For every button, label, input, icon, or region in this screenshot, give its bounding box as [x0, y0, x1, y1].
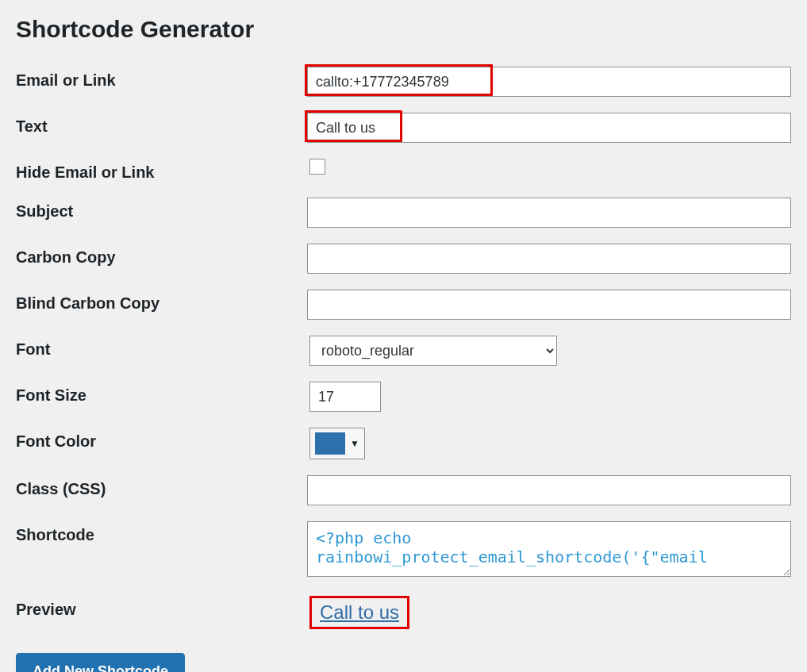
preview-highlight: Call to us — [309, 596, 409, 629]
email-or-link-input[interactable] — [307, 67, 791, 97]
carbon-copy-label: Carbon Copy — [16, 244, 307, 267]
font-size-label: Font Size — [16, 382, 309, 405]
page-title: Shortcode Generator — [16, 16, 791, 43]
preview-label: Preview — [16, 596, 309, 619]
hide-email-or-link-label: Hide Email or Link — [16, 159, 309, 182]
blind-carbon-copy-label: Blind Carbon Copy — [16, 290, 307, 313]
font-select[interactable]: roboto_regular — [309, 336, 557, 366]
email-or-link-label: Email or Link — [16, 67, 307, 90]
shortcode-textarea[interactable] — [307, 521, 791, 577]
font-label: Font — [16, 336, 309, 359]
hide-email-or-link-checkbox[interactable] — [309, 159, 325, 175]
font-color-label: Font Color — [16, 428, 309, 451]
class-css-label: Class (CSS) — [16, 475, 307, 498]
font-size-input[interactable] — [309, 382, 381, 412]
subject-label: Subject — [16, 198, 307, 221]
subject-input[interactable] — [307, 198, 791, 228]
blind-carbon-copy-input[interactable] — [307, 290, 791, 320]
carbon-copy-input[interactable] — [307, 244, 791, 274]
shortcode-label: Shortcode — [16, 521, 307, 544]
preview-link[interactable]: Call to us — [320, 601, 399, 623]
class-css-input[interactable] — [307, 475, 791, 505]
chevron-down-icon: ▼ — [350, 438, 359, 449]
font-color-picker[interactable]: ▼ — [309, 428, 365, 459]
color-swatch — [315, 432, 345, 455]
add-new-shortcode-button[interactable]: Add New Shortcode — [16, 653, 185, 672]
text-label: Text — [16, 113, 307, 136]
text-input[interactable] — [307, 113, 791, 143]
